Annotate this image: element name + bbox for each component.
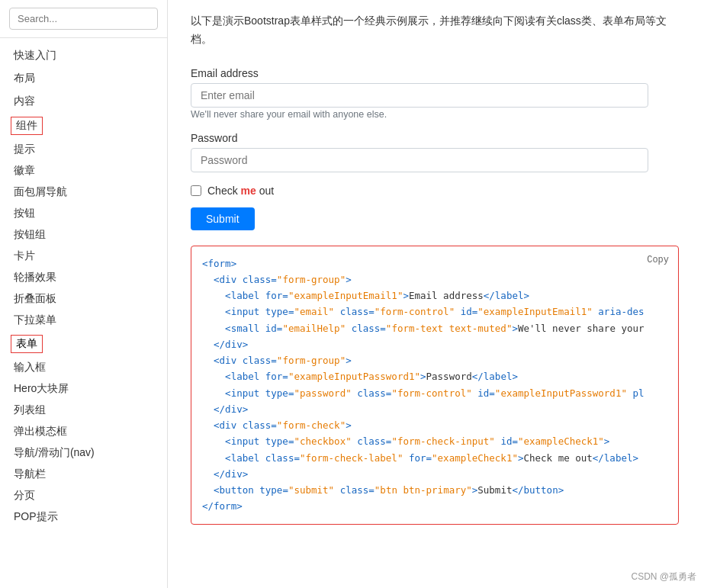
- code-line-4: <small id="emailHelp" class="form-text t…: [202, 320, 667, 336]
- email-label: Email address: [191, 67, 681, 79]
- sidebar-item-pagination[interactable]: 分页: [0, 485, 167, 506]
- sidebar-item-button[interactable]: 按钮: [0, 203, 167, 224]
- code-line-7: <label for="exampleInputPassword1">Passw…: [202, 368, 667, 384]
- password-input[interactable]: [191, 148, 648, 172]
- intro-text: 以下是演示Bootstrap表单样式的一个经典示例展示，并推荐继续向下阅读有关c…: [191, 12, 681, 49]
- submit-button[interactable]: Submit: [191, 207, 255, 230]
- sidebar-item-button-group[interactable]: 按钮组: [0, 224, 167, 246]
- code-line-3: <input type="email" class="form-control"…: [202, 304, 667, 320]
- checkbox-group: Check me out: [191, 185, 681, 197]
- code-line-10: <div class="form-check">: [202, 417, 667, 433]
- sidebar-item-content[interactable]: 内容: [0, 90, 167, 113]
- main-content: 以下是演示Bootstrap表单样式的一个经典示例展示，并推荐继续向下阅读有关c…: [168, 0, 704, 588]
- search-input[interactable]: [9, 8, 158, 30]
- code-line-1: <div class="form-group">: [202, 272, 667, 288]
- form-demo: Email address We'll never share your ema…: [191, 67, 681, 230]
- password-label: Password: [191, 132, 681, 144]
- sidebar-item-input[interactable]: 输入框: [0, 357, 167, 378]
- code-line-5: </div>: [202, 336, 667, 352]
- sidebar-nav: 快速入门 布局 内容 组件 提示 徽章 面包屑导航 按钮 按钮组 卡片 轮播效果…: [0, 38, 167, 588]
- sidebar-item-list-group[interactable]: 列表组: [0, 400, 167, 421]
- email-help-text: We'll never share your email with anyone…: [191, 109, 387, 120]
- copy-button[interactable]: Copy: [647, 252, 669, 268]
- sidebar-item-quick-start[interactable]: 快速入门: [0, 44, 167, 67]
- check-me-out-checkbox[interactable]: [191, 185, 201, 196]
- sidebar-search-container: [0, 0, 167, 38]
- sidebar-item-layout[interactable]: 布局: [0, 67, 167, 90]
- email-group: Email address We'll never share your ema…: [191, 67, 681, 120]
- sidebar-item-navbar[interactable]: 导航栏: [0, 464, 167, 485]
- sidebar-item-form[interactable]: 表单: [11, 335, 43, 353]
- code-line-15: </form>: [202, 498, 667, 514]
- code-block: Copy <form> <div class="form-group"> <la…: [191, 246, 679, 525]
- sidebar-item-collapse[interactable]: 折叠面板: [0, 288, 167, 310]
- sidebar-item-carousel[interactable]: 轮播效果: [0, 267, 167, 288]
- code-line-9: </div>: [202, 401, 667, 417]
- sidebar: 快速入门 布局 内容 组件 提示 徽章 面包屑导航 按钮 按钮组 卡片 轮播效果…: [0, 0, 168, 588]
- sidebar-item-tips[interactable]: 提示: [0, 139, 167, 160]
- email-input[interactable]: [191, 83, 648, 108]
- password-group: Password: [191, 132, 681, 172]
- code-line-14: <button type="submit" class="btn btn-pri…: [202, 482, 667, 498]
- code-line-2: <label for="exampleInputEmail1">Email ad…: [202, 288, 667, 304]
- code-line-12: <label class="form-check-label" for="exa…: [202, 450, 667, 466]
- sidebar-item-dropdown[interactable]: 下拉菜单: [0, 310, 167, 331]
- sidebar-item-breadcrumb[interactable]: 面包屑导航: [0, 182, 167, 203]
- sidebar-item-pop-tip[interactable]: POP提示: [0, 506, 167, 528]
- check-me-out-label: Check me out: [207, 185, 274, 197]
- sidebar-item-card[interactable]: 卡片: [0, 246, 167, 267]
- me-highlight: me: [241, 185, 256, 197]
- sidebar-item-modal[interactable]: 弹出模态框: [0, 421, 167, 442]
- code-line-6: <div class="form-group">: [202, 352, 667, 368]
- sidebar-item-components[interactable]: 组件: [11, 117, 43, 135]
- sidebar-item-badge[interactable]: 徽章: [0, 160, 167, 182]
- sidebar-item-hero[interactable]: Hero大块屏: [0, 378, 167, 400]
- code-line-8: <input type="password" class="form-contr…: [202, 385, 667, 401]
- code-line-13: </div>: [202, 466, 667, 482]
- code-line-0: <form>: [202, 255, 667, 272]
- code-content: <form> <div class="form-group"> <label f…: [202, 255, 667, 515]
- sidebar-item-nav-scroll[interactable]: 导航/滑动门(nav): [0, 442, 167, 464]
- code-line-11: <input type="checkbox" class="form-check…: [202, 433, 667, 449]
